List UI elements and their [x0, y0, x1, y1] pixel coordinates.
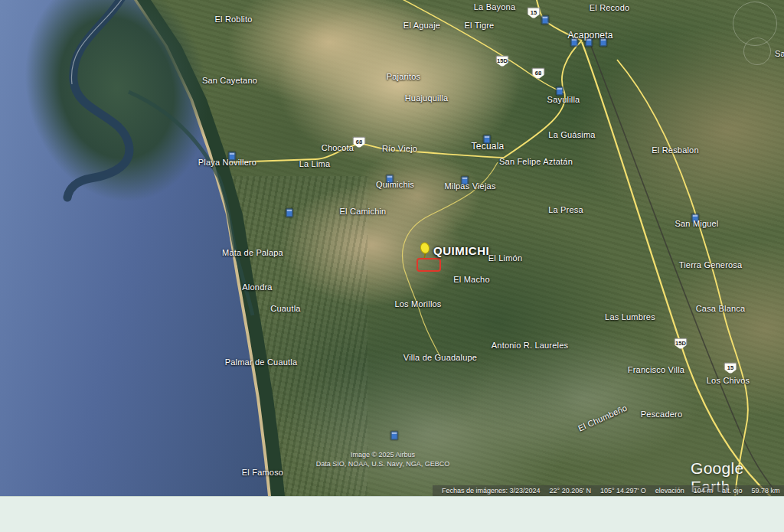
- windows-taskbar: Buscar W X L: [0, 496, 784, 532]
- map-label: Quimichis: [376, 180, 414, 189]
- city-marker-icon[interactable]: [391, 432, 398, 440]
- map-label: Mata de Palapa: [222, 248, 283, 257]
- map-label: Los Chivos: [707, 376, 750, 385]
- map-label: El Camichin: [340, 207, 387, 216]
- map-label: Pescadero: [641, 410, 682, 419]
- attribution-line: Image © 2025 Airbus: [291, 450, 475, 459]
- placemark-label[interactable]: QUIMICHI: [433, 244, 489, 257]
- eye-altitude-value: 59.78 km: [751, 487, 779, 494]
- highway-15d-toll: [582, 42, 772, 496]
- map-label: Sa: [775, 49, 784, 58]
- longitude-readout: 105° 14.297' O: [600, 487, 646, 494]
- quimichi-placemark[interactable]: [416, 242, 435, 265]
- map-label: San Miguel: [675, 219, 718, 228]
- map-label: El Macho: [453, 275, 489, 284]
- map-label: San Cayetano: [202, 76, 257, 85]
- map-label: La Lima: [299, 159, 331, 168]
- map-label: Alondra: [242, 282, 272, 292]
- map-label: Los Morillos: [394, 299, 441, 308]
- selection-rectangle: [416, 258, 441, 272]
- map-label: El Famoso: [242, 468, 283, 477]
- latitude-readout: 22° 20.206' N: [550, 487, 591, 494]
- map-label: El Limón: [488, 253, 522, 263]
- map-label: El Roblito: [214, 15, 252, 24]
- map-label: El Aguaje: [403, 21, 440, 30]
- map-label: El Resbalon: [652, 145, 699, 155]
- map-label: El Tigre: [465, 21, 495, 30]
- estuary-river: [67, 0, 129, 197]
- map-label: Antonio R. Laureles: [492, 341, 568, 350]
- eye-altitude-label: alt. ojo: [722, 487, 743, 494]
- elevation-label: elevación: [655, 487, 684, 494]
- map-label: Las Lumbres: [605, 312, 655, 321]
- map-label: Playa Novillero: [198, 158, 256, 167]
- imagery-attribution: Image © 2025 Airbus Data SIO, NOAA, U.S.…: [291, 450, 475, 468]
- map-label: Cuautla: [270, 304, 300, 313]
- map-label: Palmar de Cuautla: [225, 357, 298, 367]
- navigation-move-ring[interactable]: [743, 38, 771, 65]
- map-label: Tecuala: [472, 141, 505, 152]
- google-earth-map-canvas[interactable]: 1515D686815D15 El RoblitoSan CayetanoEl …: [0, 0, 784, 496]
- map-label: Huajuquilla: [405, 93, 449, 103]
- elevation-value: 104 m: [694, 487, 713, 494]
- map-label: Villa de Guadalupe: [403, 353, 477, 362]
- map-label: Casa Blanca: [696, 304, 746, 313]
- city-marker-icon[interactable]: [542, 16, 549, 24]
- map-label: El Recodo: [590, 3, 630, 12]
- status-bar: Fechas de imágenes: 3/23/2024 22° 20.206…: [433, 485, 784, 496]
- highway-15-east: [617, 60, 748, 496]
- map-label: Chocota: [322, 143, 354, 152]
- city-marker-icon[interactable]: [557, 87, 564, 96]
- city-marker-icon[interactable]: [286, 209, 293, 217]
- map-label: Pajaritos: [387, 72, 421, 81]
- imagery-date: Fechas de imágenes: 3/23/2024: [442, 487, 541, 494]
- map-label: La Presa: [548, 205, 583, 214]
- attribution-line: Data SIO, NOAA, U.S. Navy, NGA, GEBCO: [291, 459, 475, 468]
- map-label: Francisco Villa: [628, 365, 684, 374]
- map-label: Sayulilla: [547, 95, 580, 104]
- map-label: San Felipe Aztatán: [499, 157, 573, 166]
- map-label: Tierra Generosa: [679, 260, 743, 269]
- coastal-channel: [129, 92, 253, 315]
- map-label: Milpas Viejas: [444, 181, 495, 191]
- desktop-screen: 1515D686815D15 El RoblitoSan CayetanoEl …: [0, 0, 784, 532]
- map-label: Acaponeta: [567, 30, 612, 41]
- map-label: La Bayona: [474, 2, 515, 11]
- map-label: Río Viejo: [382, 144, 417, 153]
- map-label: La Guásima: [548, 130, 595, 139]
